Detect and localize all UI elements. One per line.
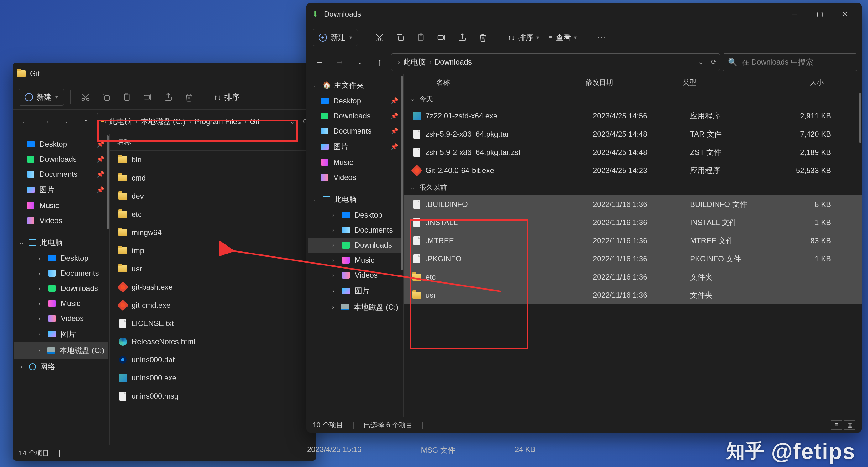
sidebar-item[interactable]: Videos	[14, 213, 108, 228]
sidebar-item[interactable]: Videos	[308, 170, 402, 185]
sidebar-item[interactable]: Documents📌	[308, 123, 402, 138]
share-icon[interactable]	[159, 88, 177, 106]
file-row[interactable]: git-bash.exe	[110, 278, 316, 296]
explorer-window-git[interactable]: Git + 新建 ▾ ↑↓ 排序 ← → ⌄ ↑ › 此电脑›本地磁盘 (C:)…	[12, 63, 316, 461]
delete-icon[interactable]	[180, 88, 198, 106]
file-row[interactable]: tmp	[110, 242, 316, 260]
copy-icon[interactable]	[392, 29, 409, 46]
up-button[interactable]: ↑	[371, 53, 389, 71]
col-type[interactable]: 类型	[682, 78, 780, 87]
col-name[interactable]: 名称	[429, 78, 585, 87]
forward-button[interactable]: →	[37, 113, 55, 130]
sidebar-item[interactable]: ›Music	[308, 253, 402, 268]
new-button[interactable]: + 新建 ▾	[313, 29, 358, 46]
col-name[interactable]: 名称	[110, 137, 294, 147]
forward-button[interactable]: →	[331, 53, 348, 71]
cut-icon[interactable]	[77, 88, 94, 106]
sidebar-item[interactable]: ›Desktop	[14, 251, 108, 266]
file-row[interactable]: zsh-5.9-2-x86_64.pkg.tar.zst2023/4/25 14…	[404, 143, 862, 161]
sidebar-item[interactable]: ›图片	[14, 326, 108, 342]
sidebar-item[interactable]: Desktop📌	[308, 93, 402, 108]
column-headers[interactable]: 名称	[110, 133, 316, 151]
refresh-icon[interactable]: ⟳	[711, 58, 717, 66]
sidebar-item[interactable]: Documents📌	[14, 167, 108, 182]
rename-icon[interactable]	[139, 88, 156, 106]
sidebar-item[interactable]: Music	[14, 198, 108, 213]
delete-icon[interactable]	[474, 29, 492, 46]
sidebar-item[interactable]: ›Videos	[14, 311, 108, 326]
sidebar-item[interactable]: ›Videos	[308, 268, 402, 283]
sidebar-item[interactable]: Downloads📌	[14, 152, 108, 167]
sidebar-section-pc[interactable]: ⌄此电脑	[14, 235, 108, 251]
breadcrumb-segment[interactable]: Program Files	[194, 117, 241, 126]
sidebar-item[interactable]: Desktop📌	[14, 137, 108, 152]
col-size[interactable]: 大小	[780, 78, 833, 87]
minimize-button[interactable]: ─	[782, 5, 807, 23]
sort-button[interactable]: ↑↓ 排序	[211, 92, 243, 102]
sidebar-section-pc[interactable]: ⌄此电脑	[308, 191, 402, 208]
file-list[interactable]: ⌄今天7z22.01-zstd-x64.exe2023/4/25 14:56应用…	[404, 91, 862, 417]
titlebar[interactable]: ⬇ Downloads ─ ▢ ✕	[307, 3, 862, 25]
column-headers[interactable]: 名称 修改日期 类型 大小	[404, 74, 862, 91]
sidebar-item[interactable]: Music	[308, 155, 402, 170]
sidebar-item[interactable]: ›本地磁盘 (C:)	[14, 342, 108, 359]
up-button[interactable]: ↑	[77, 113, 95, 130]
col-date[interactable]: 修改日期	[585, 78, 682, 87]
file-row[interactable]: ReleaseNotes.html	[110, 333, 316, 351]
rename-icon[interactable]	[433, 29, 450, 46]
sidebar-item[interactable]: ›Downloads	[308, 238, 402, 253]
file-row[interactable]: .BUILDINFO2022/11/16 1:36BUILDINFO 文件8 K…	[404, 195, 862, 213]
chevron-down-icon[interactable]: ⌄	[698, 58, 704, 66]
recent-button[interactable]: ⌄	[351, 53, 369, 71]
sidebar-item[interactable]: ›图片	[308, 283, 402, 299]
breadcrumb-segment[interactable]: Downloads	[435, 58, 472, 66]
chevron-down-icon[interactable]: ⌄	[290, 118, 296, 126]
file-row[interactable]: .MTREE2022/11/16 1:36MTREE 文件83 KB	[404, 231, 862, 250]
file-row[interactable]: Git-2.40.0-64-bit.exe2023/4/25 14:23应用程序…	[404, 161, 862, 180]
breadcrumb-segment[interactable]: 此电脑	[110, 117, 132, 127]
file-row[interactable]: dev	[110, 187, 316, 205]
breadcrumb[interactable]: › 此电脑›Downloads⌄⟳	[391, 53, 720, 71]
group-header[interactable]: ⌄很久以前	[404, 180, 862, 195]
breadcrumb[interactable]: › 此电脑›本地磁盘 (C:)›Program Files›Git⌄⟳	[97, 113, 312, 130]
sidebar-item[interactable]: 图片📌	[308, 138, 402, 155]
explorer-window-downloads[interactable]: ⬇ Downloads ─ ▢ ✕ + 新建 ▾ ↑↓ 排序 ▾ ≡ 查看 ▾	[307, 3, 862, 433]
breadcrumb-segment[interactable]: Git	[250, 117, 259, 126]
file-row[interactable]: unins000.dat	[110, 351, 316, 369]
file-row[interactable]: .PKGINFO2022/11/16 1:36PKGINFO 文件1 KB	[404, 250, 862, 268]
sidebar[interactable]: Desktop📌Downloads📌Documents📌图片📌MusicVide…	[12, 133, 110, 445]
breadcrumb-segment[interactable]: 此电脑	[403, 57, 426, 67]
details-view-button[interactable]: ≡	[831, 420, 842, 430]
file-row[interactable]: LICENSE.txt	[110, 314, 316, 333]
sidebar-item[interactable]: ›Documents	[14, 266, 108, 281]
sidebar-section-home[interactable]: ⌄🏠主文件夹	[308, 77, 402, 93]
share-icon[interactable]	[454, 29, 471, 46]
cut-icon[interactable]	[371, 29, 388, 46]
file-row[interactable]: git-cmd.exe	[110, 296, 316, 314]
file-row[interactable]: .INSTALL2022/11/16 1:36INSTALL 文件1 KB	[404, 213, 862, 231]
back-button[interactable]: ←	[17, 113, 34, 130]
sidebar-item[interactable]: ›Downloads	[14, 281, 108, 296]
sort-button[interactable]: ↑↓ 排序 ▾	[504, 33, 542, 43]
sidebar-section-network[interactable]: ›网络	[14, 359, 108, 375]
file-row[interactable]: unins000.exe	[110, 369, 316, 387]
breadcrumb-segment[interactable]: 本地磁盘 (C:)	[141, 117, 186, 127]
file-list[interactable]: bincmddevetcmingw64tmpusrgit-bash.exegit…	[110, 151, 316, 445]
file-row[interactable]: 7z22.01-zstd-x64.exe2023/4/25 14:56应用程序2…	[404, 107, 862, 125]
more-button[interactable]: ⋯	[593, 29, 610, 46]
search-input[interactable]: 🔍 在 Downloads 中搜索	[722, 53, 857, 71]
paste-icon[interactable]	[118, 88, 136, 106]
file-row[interactable]: etc2022/11/16 1:36文件夹	[404, 268, 862, 286]
paste-icon[interactable]	[412, 29, 430, 46]
sidebar-item[interactable]: ›Music	[14, 296, 108, 311]
file-row[interactable]: etc	[110, 205, 316, 223]
view-button[interactable]: ≡ 查看 ▾	[545, 33, 580, 43]
recent-button[interactable]: ⌄	[57, 113, 74, 130]
sidebar[interactable]: ⌄🏠主文件夹Desktop📌Downloads📌Documents📌图片📌Mus…	[307, 74, 404, 417]
file-row[interactable]: cmd	[110, 169, 316, 187]
new-button[interactable]: + 新建 ▾	[19, 89, 64, 105]
back-button[interactable]: ←	[311, 53, 329, 71]
group-header[interactable]: ⌄今天	[404, 91, 862, 107]
sidebar-item[interactable]: ›Desktop	[308, 208, 402, 222]
file-row[interactable]: bin	[110, 151, 316, 169]
